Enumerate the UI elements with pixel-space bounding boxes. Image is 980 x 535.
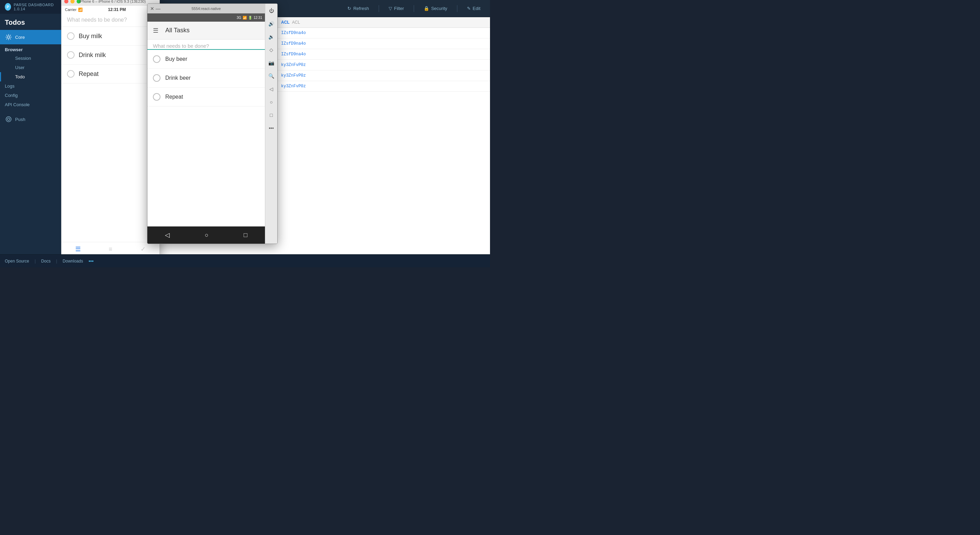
ios-tab-active-label: Active [106,254,115,255]
ios-todo-text-2: Drink milk [79,51,106,59]
android-back-button[interactable]: ◁ [165,231,170,239]
ios-status-bar: Carrier 📶 12:31 PM 🔋 [62,6,159,13]
android-emulator-window: ✕ — 5554:react-native 3G 📶 🔋 12:31 ☰ All… [147,3,278,244]
android-screenshot-button[interactable]: 📷 [267,59,275,67]
android-menu-icon[interactable]: ☰ [153,27,158,34]
android-vol-down-button[interactable]: 🔉 [267,33,275,41]
sidebar-item-browser[interactable]: Browser [0,44,61,54]
android-titlebar: ✕ — 5554:react-native [147,4,265,13]
ios-tab-completed-label: Completed [135,254,151,254]
session-label: Session [15,56,31,61]
ios-todo-item-2: Drink milk [62,46,159,65]
refresh-button[interactable]: ↻ Refresh [345,5,372,13]
sidebar-item-push[interactable]: Push [0,112,61,126]
sidebar-item-logs[interactable]: Logs [0,81,61,91]
svg-point-2 [8,118,10,121]
android-recents-button[interactable]: □ [243,232,247,239]
android-undo-button[interactable]: ◁ [267,85,275,93]
android-todo-item-3: Repeat [147,88,265,107]
ios-close-button[interactable] [64,0,68,3]
ios-tab-all[interactable]: ☰ All [62,245,94,254]
sidebar-item-session[interactable]: Session [0,54,61,63]
push-icon [5,115,13,123]
ios-titlebar: iPhone 6 – iPhone 6 / iOS 9.3 (13E230) [62,0,159,6]
ios-input-area[interactable]: What needs to be done? [62,13,159,27]
svg-point-0 [8,36,10,38]
core-icon [5,33,13,41]
app-title: Todos [0,14,61,30]
android-titlebar-text: 5554:react-native [192,6,221,11]
android-circle-button[interactable]: ○ [267,98,275,106]
ios-todo-item-3: Repeat [62,65,159,83]
android-todo-radio-1[interactable] [153,55,161,63]
ios-carrier: Carrier 📶 [65,8,83,12]
config-label: Config [5,93,18,98]
parse-logo: P [5,3,11,11]
android-todo-text-1: Buy beer [165,56,187,62]
sidebar-item-todo[interactable]: Todo [0,72,61,81]
browser-subsection: Browser Session User Todo [0,44,61,81]
toolbar-sep-3 [457,5,457,12]
android-todo-item-1: Buy beer [147,50,265,69]
browser-label: Browser [5,47,23,52]
android-todo-radio-2[interactable] [153,74,161,82]
android-app-title: All Tasks [165,27,190,34]
table-cell-acl: ky3ZnFvP0z [275,81,490,92]
main-content: ↻ Refresh ▽ Filter 🔒 Security ✎ Edit [61,0,490,254]
ios-input-placeholder: What needs to be done? [67,17,127,23]
filter-icon: ▽ [389,6,392,11]
ios-todo-text-1: Buy milk [79,33,102,40]
ios-tab-active[interactable]: ≡ Active [94,246,127,255]
col-type-acl: ACL [292,20,300,25]
sidebar-item-api-console[interactable]: API Console [0,100,61,109]
api-console-label: API Console [5,102,30,107]
android-vol-up-button[interactable]: 🔊 [267,19,275,28]
android-square-button[interactable]: □ [267,111,275,119]
android-input-area[interactable]: What needs to be done? [147,40,265,50]
android-min-button[interactable]: — [156,6,161,11]
more-dots[interactable]: ••• [89,258,94,264]
sep-2: | [56,259,57,264]
open-source-link[interactable]: Open Source [5,259,29,264]
ios-todo-radio-1[interactable] [67,32,75,40]
bottom-bar: Open Source | Docs | Downloads ••• [0,254,490,268]
col-header-acl: ACL ACL [275,17,490,28]
ios-tab-completed[interactable]: ✓ Completed [127,245,159,254]
refresh-label: Refresh [353,6,369,11]
android-zoom-button[interactable]: 🔍 [267,72,275,80]
filter-button[interactable]: ▽ Filter [386,5,407,13]
ios-todo-radio-2[interactable] [67,51,75,59]
android-rotate-button[interactable]: ◇ [267,46,275,54]
android-home-button[interactable]: ○ [205,232,208,239]
ios-tab-active-icon: ≡ [108,246,112,253]
android-more-button[interactable]: ••• [267,124,275,132]
downloads-link[interactable]: Downloads [62,259,83,264]
table-cell-acl: IZsfD9na4o [275,38,490,49]
ios-todo-radio-3[interactable] [67,70,75,78]
security-button[interactable]: 🔒 Security [421,5,450,13]
sidebar-item-core[interactable]: Core [0,30,61,44]
android-power-button[interactable]: ⏻ [267,6,275,15]
ios-todo-item-1: Buy milk [62,27,159,46]
security-label: Security [431,6,447,11]
android-todo-text-2: Drink beer [165,75,191,81]
android-wifi-icon: 📶 [243,16,247,19]
svg-point-1 [6,117,11,122]
sidebar-header: P PARSE DASHBOARD 1.0.14 [0,0,61,14]
edit-button[interactable]: ✎ Edit [464,5,483,13]
docs-link[interactable]: Docs [41,259,51,264]
ios-titlebar-title: iPhone 6 – iPhone 6 / iOS 9.3 (13E230) [68,0,157,3]
android-close-button[interactable]: ✕ [150,6,154,11]
sidebar-item-user[interactable]: User [0,63,61,72]
ios-tab-all-icon: ☰ [75,245,81,253]
parse-dashboard-label: PARSE DASHBOARD 1.0.14 [14,3,56,11]
filter-label: Filter [394,6,404,11]
refresh-icon: ↻ [347,6,351,11]
sidebar-item-config[interactable]: Config [0,91,61,100]
android-todo-text-3: Repeat [165,94,183,100]
sep-1: | [35,259,36,264]
android-todo-radio-3[interactable] [153,93,161,101]
edit-icon: ✎ [467,6,471,11]
core-label: Core [15,35,25,40]
toolbar-sep-1 [379,5,379,12]
